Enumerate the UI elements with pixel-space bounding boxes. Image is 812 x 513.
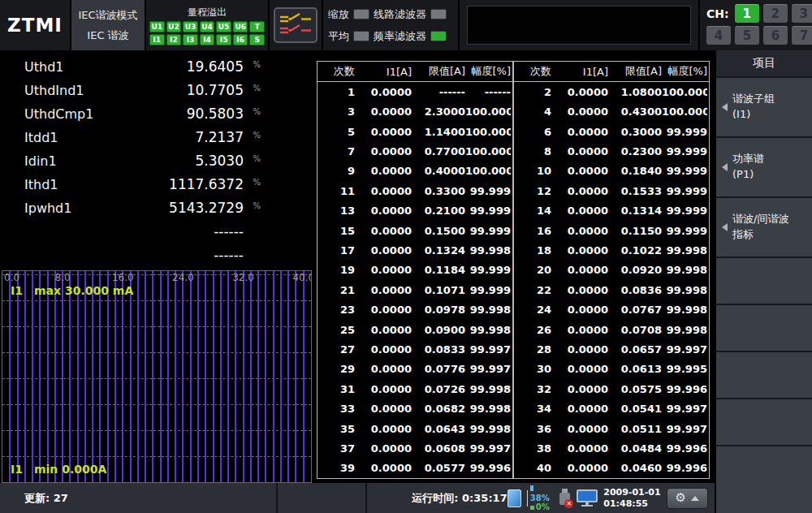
overflow-indicator-i2: I2 <box>166 34 182 45</box>
table-cell: 0.0000 <box>355 304 412 316</box>
measurement-label: Ithd1 <box>24 177 58 192</box>
table-row-even-8: 80.00000.230099.999 <box>514 141 709 161</box>
table-cell: 32 <box>514 383 551 395</box>
table-cell: 99.999 <box>662 145 707 157</box>
wiring-diagram-button[interactable] <box>274 7 317 43</box>
measurement-unit: % <box>253 84 261 93</box>
power-analyzer-screen: ZTMI IEC谐波模式 IEC 谐波 量程溢出 U1U2U3U4U5U6T I… <box>0 0 812 513</box>
table-cell: 0.3000 <box>608 126 662 138</box>
softkey-button-3[interactable]: 谐波/间谐波指标 <box>716 198 812 256</box>
mode-panel: IEC谐波模式 IEC 谐波 <box>71 0 146 50</box>
table-cell: 0.0836 <box>608 284 662 296</box>
table-row-odd-23: 230.00000.097899.998 <box>317 300 512 319</box>
table-row-odd-31: 310.00000.072699.998 <box>317 379 512 399</box>
table-cell: 0.0575 <box>608 383 662 395</box>
measurement-value: 5143.2729 <box>169 200 244 216</box>
table-half-odd: 次数I1[A]限值[A]幅度[%] 10.0000------------30.… <box>317 62 514 478</box>
zoom-toggle[interactable] <box>353 9 369 19</box>
table-col-header: I1[A] <box>355 66 412 78</box>
line-filter-label: 线路滤波器 <box>374 7 426 22</box>
channel-button-1[interactable]: 1 <box>735 4 759 23</box>
harmonic-bar-20 <box>152 271 153 482</box>
channel-button-2[interactable]: 2 <box>763 4 788 23</box>
table-cell: 22 <box>514 284 551 296</box>
wiring-panel <box>270 0 323 50</box>
storage-percent-bottom: 0% <box>530 502 553 512</box>
harmonic-bar-13 <box>99 271 101 482</box>
average-toggle[interactable] <box>353 31 369 41</box>
table-cell: 0.2100 <box>412 205 465 217</box>
table-cell: 19 <box>317 264 355 276</box>
table-half-even: 次数I1[A]限值[A]幅度[%] 20.00001.0800100.00040… <box>514 62 709 478</box>
harmonic-bar-24 <box>182 271 184 482</box>
table-row-even-10: 100.00000.184099.999 <box>514 162 709 181</box>
overflow-indicator-u3: U3 <box>183 21 198 32</box>
table-cell: 0.1533 <box>608 185 662 197</box>
settings-menu-button[interactable]: ⚙ <box>667 488 708 509</box>
channel-button-4[interactable]: 4 <box>706 26 731 45</box>
harmonic-bar-3 <box>24 271 26 482</box>
harmonic-bar-15 <box>114 271 116 482</box>
table-cell: 99.998 <box>662 284 707 296</box>
status-bar: 更新: 27 运行时间: 0:35:17 38% 0% ✕ <box>0 483 715 513</box>
overflow-indicator-i5: I5 <box>216 34 231 45</box>
table-cell: 0.0000 <box>551 126 608 138</box>
channel-row-1: CH: 123 <box>706 4 812 23</box>
overflow-indicator-s: S <box>249 34 265 45</box>
frequency-filter-toggle[interactable] <box>430 31 447 41</box>
table-body-odd: 10.0000------------30.00002.3000100.0005… <box>317 82 512 478</box>
harmonic-bar-11 <box>84 271 86 482</box>
channel-button-6[interactable]: 6 <box>763 26 788 45</box>
table-cell: 99.996 <box>662 462 707 474</box>
table-row-odd-15: 150.00000.150099.999 <box>317 221 512 240</box>
table-cell: 0.0000 <box>551 145 608 157</box>
measurement-unit: % <box>253 201 261 210</box>
table-cell: 0.0000 <box>551 244 608 256</box>
softkey-empty-slot <box>716 258 812 304</box>
usb-disconnected-badge: ✕ <box>564 499 573 508</box>
overflow-indicator-u2: U2 <box>166 21 182 32</box>
table-cell: 0.0000 <box>355 185 412 197</box>
table-row-even-2: 20.00001.0800100.000 <box>514 82 709 101</box>
harmonic-bar-17 <box>130 271 132 482</box>
line-filter-toggle[interactable] <box>430 9 447 19</box>
table-cell: 14 <box>514 205 551 217</box>
storage-percent-top: 38% <box>530 484 553 502</box>
chart-max-label: I1 max 30.000 mA <box>11 284 133 297</box>
table-cell: 0.0682 <box>412 403 465 415</box>
table-cell: 1.0800 <box>608 86 662 98</box>
mode-line2: IEC 谐波 <box>87 28 128 43</box>
table-cell: 0.0000 <box>551 284 608 296</box>
toggle-row-1: 缩放线路滤波器 <box>328 7 458 22</box>
table-cell: 99.999 <box>465 225 511 237</box>
table-cell: 7 <box>317 145 355 157</box>
table-cell: 0.0000 <box>551 423 608 435</box>
harmonic-bar-5 <box>39 271 41 482</box>
table-cell: 0.0000 <box>355 225 412 237</box>
chart-max-text: max 30.000 mA <box>34 284 133 297</box>
softkey-empty-slot <box>716 352 812 398</box>
table-cell: 99.997 <box>465 363 511 375</box>
channel-button-5[interactable]: 5 <box>735 26 759 45</box>
table-cell: 99.996 <box>662 442 707 455</box>
softkey-button-2[interactable]: 功率谱(P1) <box>716 138 812 196</box>
table-cell: 0.0900 <box>412 324 465 336</box>
channel-button-3[interactable]: 3 <box>792 4 812 23</box>
softkey-empty-slot <box>716 446 812 513</box>
table-cell: 0.0000 <box>355 205 412 217</box>
channel-button-7[interactable]: 7 <box>792 26 812 45</box>
table-cell: 0.0000 <box>551 264 608 276</box>
table-cell: 99.997 <box>662 343 707 356</box>
table-cell: 0.1184 <box>412 264 465 276</box>
overflow-row-voltage: U1U2U3U4U5U6T <box>149 21 265 32</box>
table-cell: 29 <box>317 363 355 375</box>
softkey-label-line2: 指标 <box>732 227 788 243</box>
table-cell: 21 <box>317 284 355 296</box>
table-cell: 16 <box>514 225 551 237</box>
softkey-button-1[interactable]: 谐波子组(I1) <box>716 78 812 136</box>
table-cell: 13 <box>317 205 355 217</box>
table-row-odd-5: 50.00001.1400100.000 <box>317 122 512 141</box>
table-cell: 4 <box>514 106 551 118</box>
table-row-odd-13: 130.00000.210099.999 <box>317 200 512 220</box>
table-cell: 20 <box>514 264 551 276</box>
